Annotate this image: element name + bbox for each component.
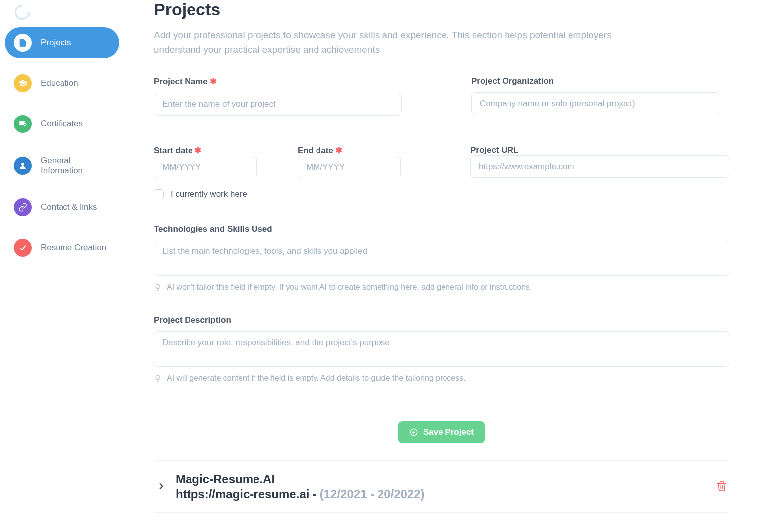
divider [154, 512, 729, 513]
lightbulb-icon [154, 374, 162, 382]
graduation-cap-icon [14, 74, 32, 92]
page-title: Projects [154, 0, 729, 19]
description-input[interactable] [154, 331, 729, 367]
sidebar-item-label: Certificates [41, 119, 83, 129]
sidebar-item-contact[interactable]: Contact & links [5, 192, 119, 223]
trash-icon[interactable] [716, 481, 727, 492]
save-project-button[interactable]: Save Project [398, 421, 485, 443]
saved-project-text: Magic-Resume.AI https://magic-resume.ai … [176, 472, 707, 501]
logo [12, 2, 33, 23]
technologies-label: Technologies and Skills Used [154, 224, 729, 234]
sidebar-item-general[interactable]: General Information [5, 149, 119, 182]
start-date-label: Start date✱ [154, 146, 201, 155]
sidebar-item-label: General Information [41, 156, 110, 176]
project-org-input[interactable] [471, 92, 719, 115]
certificate-icon [14, 115, 32, 133]
currently-work-label: I currently work here [171, 189, 247, 199]
sidebar-item-label: Projects [41, 38, 71, 48]
svg-point-1 [24, 123, 26, 126]
description-label: Project Description [154, 315, 729, 325]
project-name-label: Project Name✱ [154, 76, 402, 87]
document-icon [14, 34, 32, 52]
sidebar-item-projects[interactable]: Projects [5, 27, 119, 58]
person-icon [14, 157, 32, 175]
lightbulb-icon [154, 283, 162, 291]
end-date-label: End date✱ [298, 146, 342, 155]
saved-project-subtitle: https://magic-resume.ai - (12/2021 - 20/… [176, 487, 707, 501]
page-subtitle: Add your professional projects to showca… [154, 28, 660, 57]
technologies-hint: AI won't tailor this field if empty. If … [154, 283, 729, 292]
sidebar-item-label: Resume Creation [41, 243, 106, 253]
sidebar-item-label: Education [41, 78, 78, 88]
sidebar: Projects Education Certificates General … [0, 0, 124, 532]
sidebar-item-certificates[interactable]: Certificates [5, 109, 119, 139]
svg-point-2 [21, 163, 24, 166]
end-date-input[interactable] [298, 156, 401, 178]
project-name-input[interactable] [154, 93, 402, 116]
plus-circle-icon [409, 428, 418, 437]
sidebar-item-education[interactable]: Education [5, 68, 119, 99]
currently-work-checkbox[interactable] [154, 189, 164, 199]
link-icon [14, 198, 32, 216]
check-icon [14, 239, 32, 257]
start-date-input[interactable] [154, 156, 257, 178]
saved-project-title: Magic-Resume.AI [176, 472, 707, 487]
sidebar-item-resume[interactable]: Resume Creation [5, 233, 119, 263]
main-content: Projects Add your professional projects … [124, 0, 759, 532]
chevron-right-icon[interactable] [156, 481, 167, 492]
sidebar-item-label: Contact & links [41, 202, 97, 212]
technologies-input[interactable] [154, 240, 729, 276]
project-url-input[interactable] [470, 155, 729, 178]
project-org-label: Project Organization [471, 76, 719, 86]
project-url-label: Project URL [470, 145, 518, 155]
description-hint: AI will generate content if the field is… [154, 374, 729, 383]
saved-project-row[interactable]: Magic-Resume.AI https://magic-resume.ai … [154, 461, 729, 512]
